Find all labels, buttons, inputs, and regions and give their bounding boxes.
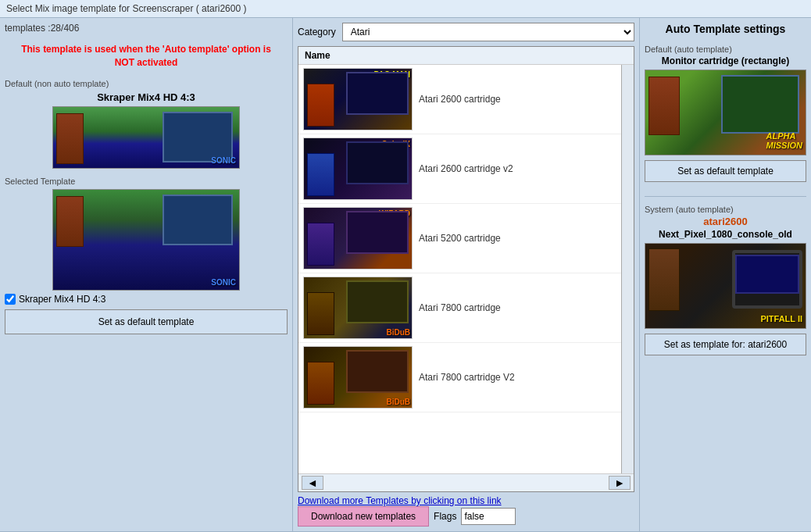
selected-label: Selected Template (5, 177, 288, 186)
list-header: Name (298, 47, 634, 65)
selected-template-preview: SONIC (52, 189, 240, 291)
template-item-name-2: Atari 2600 cartridge v2 (419, 163, 513, 174)
warning-line2: NOT activated (115, 57, 178, 68)
auto-template-title: Auto Template settings (645, 23, 806, 35)
warning-box: This template is used when the 'Auto tem… (5, 38, 288, 74)
default-template-preview: SONIC (52, 106, 240, 169)
download-btn-row: Download new templates Flags (298, 506, 634, 527)
flags-input[interactable] (461, 508, 516, 525)
sonic-text: SONIC (211, 156, 236, 165)
default-template-name: Skraper Mix4 HD 4:3 (5, 91, 288, 103)
window-title: Select Mix image template for Screenscra… (6, 3, 246, 14)
thumb-label-5: BiDuB (386, 398, 410, 406)
category-row: Category Atari (298, 23, 634, 41)
alpha-mission-text: ALPHAMISSION (766, 131, 802, 150)
download-new-templates-btn[interactable]: Download new templates (298, 506, 429, 527)
right-panel: Auto Template settings Default (auto tem… (639, 18, 811, 531)
default-checkbox[interactable] (5, 294, 16, 305)
right-preview-system: PITFALL II (645, 243, 806, 329)
template-item-name-1: Atari 2600 cartridge (419, 94, 501, 105)
template-thumb-4: BiDuB (303, 277, 413, 339)
system-name: atari2600 (645, 216, 806, 227)
scrollbar[interactable] (621, 65, 634, 473)
set-template-for-btn[interactable]: Set as template for: atari2600 (645, 334, 806, 355)
auto-section-default: Default (auto template) Monitor cartridg… (645, 45, 806, 188)
template-item-5[interactable]: BiDuB Atari 7800 cartridge V2 (298, 343, 621, 412)
category-select[interactable]: Atari (342, 23, 634, 41)
template-item-2[interactable]: GalaxiX Atari 2600 cartridge v2 (298, 134, 621, 204)
warning-text: This template is used when the 'Auto tem… (9, 43, 283, 70)
template-item-name-3: Atari 5200 cartridge (419, 233, 501, 244)
default-auto-label: Default (auto template) (645, 45, 806, 54)
template-list-container: Name PAC-MAN Atari 2600 cartridge Galaxi (298, 46, 634, 492)
selected-template-name-label: Skraper Mix4 HD 4:3 (19, 294, 105, 305)
template-item-name-5: Atari 7800 cartridge V2 (419, 372, 515, 383)
thumb-label-4: BiDuB (386, 328, 410, 337)
template-thumb-3: WIZARD (303, 207, 413, 270)
system-template-name: Next_Pixel_1080_console_old (645, 229, 806, 240)
sonic-text-2: SONIC (211, 278, 236, 287)
template-thumb-5: BiDuB (303, 346, 413, 409)
left-panel: templates :28/406 This template is used … (0, 18, 293, 531)
nav-right-btn[interactable]: ► (609, 476, 631, 490)
system-auto-label: System (auto template) (645, 205, 806, 214)
checkbox-row: Skraper Mix4 HD 4:3 (5, 294, 288, 305)
warning-line1: This template is used when the 'Auto tem… (21, 44, 271, 55)
templates-count: templates :28/406 (5, 23, 288, 34)
template-item-3[interactable]: WIZARD Atari 5200 cartridge (298, 204, 621, 273)
list-nav: ◄ ► (298, 473, 634, 491)
auto-section-system: System (auto template) atari2600 Next_Pi… (645, 205, 806, 355)
monitor-label: Monitor cartridge (rectangle) (645, 55, 806, 66)
set-default-button[interactable]: Set as default template (5, 309, 288, 334)
selected-section: Selected Template SONIC Skraper Mix4 HD … (5, 177, 288, 334)
default-label: Default (non auto template) (5, 79, 288, 88)
middle-panel: Category Atari Name PAC-MAN Atari 2600 c… (293, 18, 639, 531)
template-item-name-4: Atari 7800 cartridge (419, 302, 501, 313)
download-templates-link[interactable]: Download more Templates by clicking on t… (298, 495, 502, 506)
right-preview-default: ALPHAMISSION (645, 70, 806, 155)
template-item-4[interactable]: BiDuB Atari 7800 cartridge (298, 273, 621, 343)
category-label: Category (298, 27, 336, 37)
nav-left-btn[interactable]: ◄ (302, 476, 323, 490)
set-default-auto-btn[interactable]: Set as default template (645, 160, 806, 182)
template-thumb-2: GalaxiX (303, 137, 413, 200)
template-item-1[interactable]: PAC-MAN Atari 2600 cartridge (298, 65, 621, 134)
flags-label: Flags (434, 511, 456, 522)
template-list: PAC-MAN Atari 2600 cartridge GalaxiX Ata (298, 65, 621, 473)
template-thumb-1: PAC-MAN (303, 68, 413, 130)
pitfall-text: PITFALL II (760, 314, 802, 323)
